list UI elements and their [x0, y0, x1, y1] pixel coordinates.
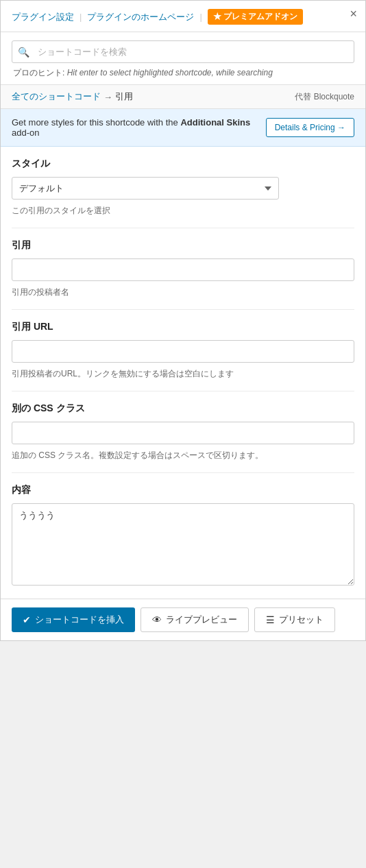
checkmark-icon: ✔ [23, 614, 31, 625]
quote-section: 引用 引用の投稿者名 [12, 228, 354, 310]
search-icon: 🔍 [12, 47, 35, 58]
premium-badge: ★ プレミアムアドオン [208, 9, 303, 25]
insert-shortcode-button[interactable]: ✔ ショートコードを挿入 [12, 607, 135, 632]
breadcrumb-all-link[interactable]: 全てのショートコード [12, 91, 101, 103]
info-banner: Get more styles for this shortcode with … [1, 109, 365, 147]
dialog-footer: ✔ ショートコードを挿入 👁 ライブプレビュー ☰ プリセット [1, 599, 365, 640]
dialog-container: プラグイン設定 | プラグインのホームページ | ★ プレミアムアドオン × 🔍… [0, 0, 366, 641]
header-separator: | [80, 12, 82, 22]
style-hint: この引用のスタイルを選択 [12, 205, 354, 217]
search-wrapper: 🔍 [12, 40, 354, 63]
breadcrumb-alt-label: 代替 [295, 92, 311, 101]
header-separator-2: | [199, 12, 202, 22]
css-class-hint: 追加の CSS クラス名。複数設定する場合はスペースで区切ります。 [12, 450, 354, 461]
plugin-homepage-link[interactable]: プラグインのホームページ [87, 11, 194, 23]
preset-icon: ☰ [266, 614, 275, 625]
info-text-after: add-on [12, 128, 39, 138]
css-class-section: 別の CSS クラス 追加の CSS クラス名。複数設定する場合はスペースで区切… [12, 391, 354, 473]
breadcrumb-alt-value: Blockquote [314, 92, 354, 101]
quote-url-label: 引用 URL [12, 321, 354, 333]
breadcrumb-bar: 全てのショートコード → 引用 代替 Blockquote [1, 85, 365, 109]
quote-input[interactable] [12, 258, 354, 281]
dialog-header: プラグイン設定 | プラグインのホームページ | ★ プレミアムアドオン × [1, 1, 365, 32]
pro-hint-label: プロのヒント: [13, 68, 64, 77]
breadcrumb: 全てのショートコード → 引用 [12, 91, 133, 103]
css-class-label: 別の CSS クラス [12, 402, 354, 415]
preset-btn-label: プリセット [279, 614, 324, 626]
css-class-input[interactable] [12, 422, 354, 444]
content-section: 内容 うううう [12, 473, 354, 599]
style-label: スタイル [12, 158, 354, 170]
style-select[interactable]: デフォルト [12, 177, 279, 200]
preview-btn-label: ライブプレビュー [166, 614, 237, 626]
form-body: スタイル デフォルト この引用のスタイルを選択 引用 引用の投稿者名 引用 UR… [1, 147, 365, 599]
pro-hint: プロのヒント: Hit enter to select highlighted … [12, 67, 354, 79]
quote-url-input[interactable] [12, 340, 354, 363]
search-input[interactable] [35, 41, 354, 62]
insert-btn-label: ショートコードを挿入 [35, 614, 124, 626]
info-text-before: Get more styles for this shortcode with … [12, 117, 180, 128]
style-section: スタイル デフォルト この引用のスタイルを選択 [12, 147, 354, 228]
info-banner-text: Get more styles for this shortcode with … [12, 117, 258, 138]
content-textarea[interactable]: うううう [12, 503, 354, 586]
quote-url-section: 引用 URL 引用投稿者のURL。リンクを無効にする場合は空白にします [12, 310, 354, 391]
eye-icon: 👁 [152, 614, 162, 625]
breadcrumb-alt: 代替 Blockquote [295, 91, 354, 103]
preset-button[interactable]: ☰ プリセット [254, 607, 335, 632]
content-label: 内容 [12, 484, 354, 496]
close-button[interactable]: × [350, 8, 357, 20]
breadcrumb-arrow: → [103, 92, 112, 102]
quote-url-hint: 引用投稿者のURL。リンクを無効にする場合は空白にします [12, 368, 354, 380]
pro-hint-text: Hit enter to select highlighted shortcod… [67, 68, 273, 77]
quote-hint: 引用の投稿者名 [12, 287, 354, 298]
plugin-settings-link[interactable]: プラグイン設定 [12, 11, 74, 23]
details-pricing-button[interactable]: Details & Pricing → [266, 118, 354, 137]
breadcrumb-current: 引用 [115, 91, 133, 103]
info-addon-name: Additional Skins [180, 117, 250, 128]
quote-label: 引用 [12, 239, 354, 252]
live-preview-button[interactable]: 👁 ライブプレビュー [141, 607, 249, 632]
search-section: 🔍 プロのヒント: Hit enter to select highlighte… [1, 32, 365, 85]
